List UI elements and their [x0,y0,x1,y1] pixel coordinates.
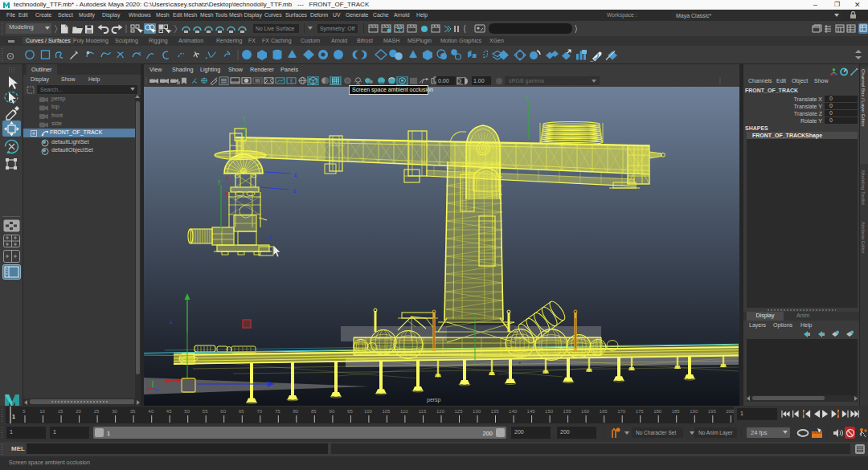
svg-text:165: 165 [600,409,608,414]
svg-text:120: 120 [436,409,445,414]
svg-text:170: 170 [617,409,626,414]
svg-text:15: 15 [58,409,63,414]
svg-text:z: z [518,360,521,365]
svg-text:100: 100 [364,409,373,414]
svg-text:55: 55 [203,409,208,414]
svg-text:180: 180 [653,409,662,414]
svg-text:10: 10 [39,409,45,414]
svg-text:30: 30 [112,409,117,414]
svg-text:185: 185 [672,409,681,414]
svg-text:140: 140 [509,409,518,414]
svg-text:155: 155 [563,409,572,414]
svg-text:145: 145 [527,409,536,414]
svg-text:135: 135 [490,409,499,414]
svg-text:z: z [294,172,297,178]
svg-text:160: 160 [581,409,590,414]
svg-text:115: 115 [419,409,427,414]
svg-text:65: 65 [239,409,244,414]
svg-text:1: 1 [170,320,173,325]
svg-text:110: 110 [400,409,408,414]
svg-text:5: 5 [23,409,26,414]
svg-text:175: 175 [636,409,645,414]
svg-text:125: 125 [454,409,463,414]
svg-text:z: z [268,234,272,239]
svg-text:y: y [526,93,529,100]
svg-text:85: 85 [311,409,317,414]
svg-text:150: 150 [545,409,554,414]
svg-text:35: 35 [130,409,136,414]
svg-text:130: 130 [473,409,481,414]
svg-text:60: 60 [220,409,226,414]
svg-text:45: 45 [166,409,172,414]
svg-text:X: X [225,191,228,196]
svg-text:70: 70 [256,409,262,414]
svg-text:y: y [243,115,246,121]
svg-text:200: 200 [726,409,734,414]
svg-text:75: 75 [275,409,280,414]
svg-text:50: 50 [184,409,190,414]
svg-text:90: 90 [330,409,335,414]
svg-text:y: y [218,178,221,185]
svg-text:105: 105 [382,409,391,414]
svg-text:190: 190 [690,409,698,414]
svg-text:195: 195 [708,409,717,414]
svg-text:z: z [293,188,297,194]
svg-text:x: x [227,175,230,180]
svg-text:25: 25 [94,409,100,414]
svg-text:95: 95 [347,409,353,414]
svg-text:T: T [289,78,293,84]
svg-text:40: 40 [148,409,154,414]
svg-text:20: 20 [76,409,81,414]
svg-text:80: 80 [293,409,298,414]
